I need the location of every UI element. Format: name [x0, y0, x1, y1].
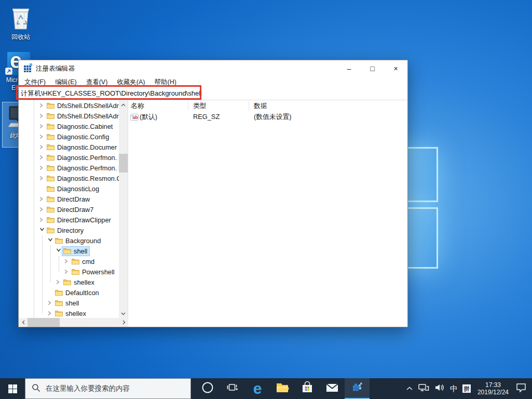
tree-item-content[interactable]: Diagnostic.Perfmon. [46, 153, 119, 162]
tree-item-shellex[interactable]: shellex [19, 277, 119, 287]
chevron-right-icon[interactable] [63, 269, 71, 275]
chevron-right-icon[interactable] [55, 279, 62, 285]
taskbar-clock[interactable]: 17:33 2019/12/24 [478, 381, 509, 396]
tree-item-diagnostic.cabinet[interactable]: Diagnostic.Cabinet [19, 121, 119, 131]
file-explorer-icon [276, 381, 289, 396]
chevron-right-icon[interactable] [38, 175, 46, 181]
tree-vertical-scrollbar[interactable] [119, 100, 128, 318]
chevron-right-icon[interactable] [38, 144, 46, 150]
ime-mode-indicator[interactable]: 拼 [462, 384, 471, 393]
folder-icon [47, 154, 54, 161]
tree-item-content[interactable]: DfsShell.DfsShellAdn [46, 112, 119, 121]
tree-item-defaulticon[interactable]: DefaultIcon [19, 287, 119, 298]
chevron-down-icon[interactable] [56, 247, 62, 255]
tree-item-shell[interactable]: shell [19, 246, 119, 256]
column-header-name[interactable]: 名称 [131, 100, 144, 112]
tree-item-content[interactable]: cmd [71, 257, 97, 266]
tree-item-content[interactable]: Background [54, 236, 103, 245]
volume-icon[interactable] [434, 383, 445, 394]
tree-item-content[interactable]: Powershell [71, 268, 117, 276]
tree-item-content[interactable]: shellex [54, 309, 88, 318]
chevron-right-icon[interactable] [38, 123, 46, 129]
action-center-icon[interactable] [515, 382, 527, 395]
tree-item-content[interactable]: DefaultIcon [54, 288, 101, 297]
column-header-data[interactable]: 数据 [254, 100, 267, 112]
tree-item-content[interactable]: DiagnosticLog [46, 184, 101, 193]
chevron-right-icon[interactable] [38, 134, 46, 140]
horizontal-scroll-thumb[interactable] [28, 318, 60, 327]
folder-icon [55, 310, 63, 316]
chevron-right-icon[interactable] [38, 165, 46, 171]
tree-item-content[interactable]: DirectDraw7 [46, 205, 96, 214]
tree-item-background[interactable]: Background [19, 235, 119, 246]
tree-item-diagnostic.resmon.c[interactable]: Diagnostic.Resmon.C [19, 173, 119, 183]
chevron-right-icon[interactable] [38, 206, 46, 212]
ime-language-indicator[interactable]: 中 [450, 384, 458, 394]
column-header-type[interactable]: 类型 [193, 100, 207, 112]
tree-item-shellex[interactable]: shellex [19, 308, 119, 318]
tree-item-content[interactable]: shell [62, 247, 89, 256]
chevron-right-icon[interactable] [38, 154, 46, 161]
chevron-down-icon[interactable] [47, 237, 53, 244]
taskbar-app-cortana[interactable] [195, 378, 220, 399]
title-bar[interactable]: 注册表编辑器 – □ × [19, 60, 407, 77]
taskbar-app-file-explorer[interactable] [270, 378, 295, 399]
tree-item-powershell[interactable]: Powershell [19, 267, 119, 277]
tree-item-diagnostic.perfmon.[interactable]: Diagnostic.Perfmon. [19, 152, 119, 163]
scroll-left-arrow[interactable] [19, 318, 28, 327]
column-divider[interactable] [249, 101, 249, 111]
tree-item-diagnostic.config[interactable]: Diagnostic.Config [19, 131, 119, 142]
chevron-right-icon[interactable] [38, 113, 46, 119]
taskbar-app-registry-editor[interactable] [345, 378, 370, 399]
tray-chevron-up-icon[interactable] [406, 384, 413, 393]
tree-item-content[interactable]: shell [54, 299, 81, 308]
tree-horizontal-scrollbar[interactable] [19, 318, 128, 327]
tree-item-content[interactable]: DirectDraw [46, 195, 92, 204]
tree-item-content[interactable]: DirectDrawClipper [46, 216, 113, 224]
tree-item-content[interactable]: Diagnostic.Documer [46, 143, 119, 152]
tree-item-dfsshell.dfsshelladn[interactable]: DfsShell.DfsShellAdn [19, 111, 119, 121]
taskbar-app-task-view[interactable] [220, 378, 245, 399]
chevron-right-icon[interactable] [38, 102, 46, 109]
taskbar-app-edge[interactable]: e [245, 378, 270, 399]
tree-item-shell[interactable]: shell [19, 298, 119, 308]
chevron-right-icon[interactable] [38, 217, 46, 223]
tree-item-content[interactable]: DfsShell.DfsShellAdn [46, 101, 119, 110]
tree-item-directory[interactable]: Directory [19, 225, 119, 235]
tree-item-content[interactable]: shellex [62, 278, 97, 287]
vertical-scroll-thumb[interactable] [119, 154, 128, 172]
tree-item-directdrawclipper[interactable]: DirectDrawClipper [19, 215, 119, 225]
search-input[interactable]: 在这里输入你要搜索的内容 [25, 378, 191, 399]
tree-item-content[interactable]: Directory [46, 226, 86, 235]
tree-leaf-spacer [38, 185, 46, 192]
tree-item-dfsshell.dfsshelladn[interactable]: DfsShell.DfsShellAdn [19, 100, 119, 111]
chevron-right-icon[interactable] [63, 258, 71, 264]
maximize-button[interactable]: □ [361, 60, 384, 77]
desktop-icon-recycle-bin[interactable]: 回收站 [3, 3, 38, 41]
tree-item-directdraw[interactable]: DirectDraw [19, 194, 119, 204]
scroll-right-arrow[interactable] [119, 318, 128, 327]
tree-item-content[interactable]: Diagnostic.Cabinet [46, 122, 115, 131]
chevron-down-icon[interactable] [39, 227, 45, 234]
tree-item-directdraw7[interactable]: DirectDraw7 [19, 204, 119, 215]
value-name[interactable]: (默认) [140, 113, 157, 122]
close-button[interactable]: × [384, 60, 407, 77]
minimize-button[interactable]: – [337, 60, 361, 77]
chevron-right-icon[interactable] [47, 310, 54, 316]
chevron-right-icon[interactable] [47, 300, 54, 306]
taskbar-app-mail[interactable] [320, 378, 345, 399]
tree-item-diagnosticlog[interactable]: DiagnosticLog [19, 183, 119, 194]
scroll-down-arrow[interactable] [119, 309, 128, 318]
tree-item-diagnostic.perfmon.[interactable]: Diagnostic.Perfmon. [19, 163, 119, 173]
start-button[interactable] [0, 378, 25, 399]
scroll-up-arrow[interactable] [119, 100, 128, 109]
tree-item-cmd[interactable]: cmd [19, 256, 119, 267]
tree-item-content[interactable]: Diagnostic.Resmon.C [46, 174, 119, 183]
tree-item-content[interactable]: Diagnostic.Config [46, 132, 111, 141]
network-icon[interactable] [418, 383, 429, 394]
chevron-right-icon[interactable] [38, 196, 46, 202]
taskbar-app-store[interactable] [295, 378, 320, 399]
tree-item-diagnostic.documer[interactable]: Diagnostic.Documer [19, 142, 119, 152]
column-divider[interactable] [188, 101, 188, 111]
tree-item-content[interactable]: Diagnostic.Perfmon. [46, 164, 119, 172]
